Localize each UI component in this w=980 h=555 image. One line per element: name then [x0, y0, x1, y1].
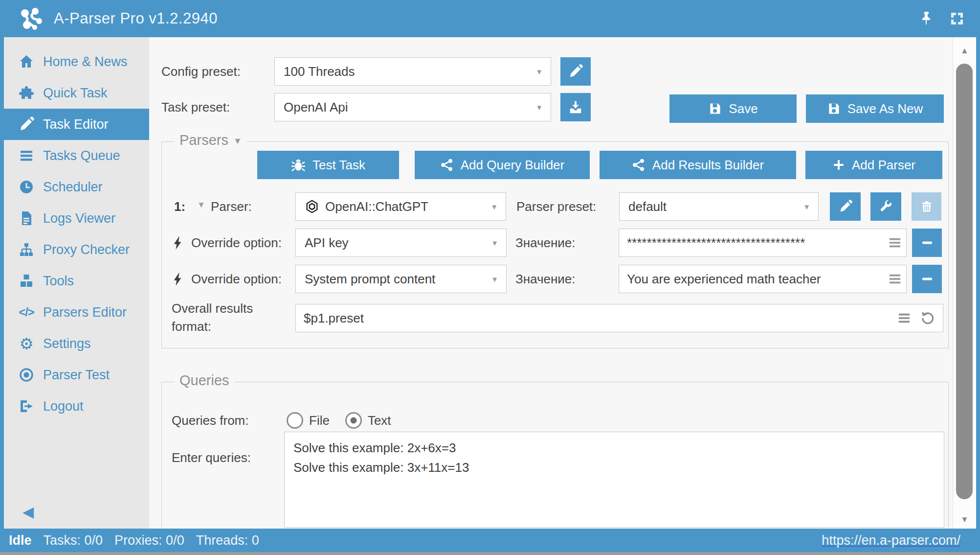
- parser-preset-select[interactable]: default ▼: [619, 192, 819, 221]
- scroll-down-icon[interactable]: ▼: [953, 515, 976, 525]
- sidebar-item-proxy-checker[interactable]: Proxy Checker: [4, 234, 149, 265]
- puzzle-icon: [17, 85, 36, 101]
- sidebar-item-task-editor[interactable]: Task Editor: [4, 109, 149, 140]
- task-preset-value: OpenAI Api: [284, 100, 348, 115]
- code-icon: </>: [17, 304, 36, 321]
- add-query-builder-label: Add Query Builder: [461, 158, 564, 173]
- add-parser-label: Add Parser: [852, 158, 915, 173]
- chevron-down-icon: ▼: [491, 239, 498, 247]
- overall-results-format-label: Overall results format:: [172, 300, 287, 336]
- sidebar-item-quick-task[interactable]: Quick Task: [4, 77, 149, 109]
- add-parser-button[interactable]: Add Parser: [805, 151, 942, 179]
- bullseye-icon: [17, 367, 36, 383]
- pencil-icon: [17, 116, 36, 133]
- plus-icon: [832, 159, 845, 171]
- remove-override-button-1[interactable]: [912, 229, 942, 257]
- sidebar-item-label: Settings: [43, 336, 91, 351]
- parser-row-collapse-icon[interactable]: ▼: [197, 191, 205, 219]
- scroll-up-icon[interactable]: ▲: [953, 46, 976, 56]
- override-option-select-2[interactable]: System prompt content ▼: [295, 265, 507, 293]
- floppy-icon: [708, 102, 722, 116]
- sidebar-item-label: Quick Task: [43, 86, 108, 101]
- pencil-icon: [839, 200, 852, 213]
- status-bar: Idle Tasks: 0/0 Proxies: 0/0 Threads: 0 …: [0, 529, 980, 552]
- test-task-button[interactable]: Test Task: [257, 151, 399, 179]
- override-value-input-2[interactable]: You are experienced math teacher: [619, 265, 907, 293]
- edit-config-preset-button[interactable]: [560, 57, 591, 86]
- sidebar-collapse-button[interactable]: ◀: [22, 503, 34, 520]
- chevron-down-icon: ▼: [803, 203, 810, 211]
- status-proxies: Proxies: 0/0: [114, 533, 184, 548]
- sidebar-item-label: Home & News: [43, 54, 128, 69]
- override-value-text: ************************************: [627, 235, 805, 251]
- add-results-builder-button[interactable]: Add Results Builder: [600, 151, 796, 179]
- sidebar: Home & News Quick Task Task Editor Tasks…: [4, 37, 149, 529]
- parser-preset-value: default: [628, 199, 667, 214]
- save-button-label: Save: [729, 101, 757, 116]
- sidebar-item-label: Parser Test: [43, 368, 110, 383]
- enter-queries-label: Enter queries:: [172, 443, 251, 472]
- template-menu-icon[interactable]: [889, 237, 901, 249]
- a-parser-site-link[interactable]: https://en.a-parser.com/: [822, 533, 960, 548]
- chevron-down-icon: ▼: [490, 203, 498, 211]
- minus-icon: [921, 237, 933, 249]
- task-preset-label: Task preset:: [161, 93, 230, 121]
- bolt-icon: [173, 235, 183, 250]
- sidebar-item-parser-test[interactable]: Parser Test: [4, 359, 149, 391]
- cubes-icon: [17, 273, 36, 289]
- sitemap-icon: [17, 241, 36, 258]
- file-radio-label[interactable]: File: [309, 413, 330, 428]
- wrench-icon: [879, 200, 893, 213]
- undo-icon[interactable]: [920, 311, 935, 325]
- scrollbar-thumb[interactable]: [956, 64, 973, 499]
- override-option-select-1[interactable]: API key ▼: [295, 229, 507, 257]
- sidebar-item-tasks-queue[interactable]: Tasks Queue: [4, 140, 149, 171]
- parsers-legend-label: Parsers: [179, 132, 228, 148]
- status-state: Idle: [9, 533, 32, 548]
- sidebar-item-scheduler[interactable]: Scheduler: [4, 171, 149, 203]
- parser-select[interactable]: OpenAI::ChatGPT ▼: [295, 192, 506, 221]
- remove-override-button-2[interactable]: [912, 265, 942, 293]
- edit-parser-preset-button[interactable]: [830, 192, 861, 221]
- text-radio-label[interactable]: Text: [368, 413, 391, 428]
- vertical-scrollbar[interactable]: ▲ ▼: [953, 37, 976, 529]
- task-preset-select[interactable]: OpenAI Api ▼: [274, 93, 551, 121]
- bug-icon: [291, 158, 306, 172]
- template-menu-icon[interactable]: [898, 312, 911, 324]
- save-button[interactable]: Save: [669, 94, 797, 123]
- fullscreen-icon[interactable]: [949, 10, 965, 27]
- config-preset-select[interactable]: 100 Threads ▼: [274, 57, 551, 86]
- queries-textarea[interactable]: Solve this example: 2x+6x=3 Solve this e…: [284, 432, 944, 528]
- pin-icon[interactable]: [918, 10, 935, 27]
- override-option-value: API key: [305, 235, 349, 251]
- override-option-label: Override option:: [191, 265, 282, 293]
- parser-options-button[interactable]: [870, 192, 901, 221]
- trash-icon: [920, 200, 933, 213]
- sidebar-item-label: Logout: [43, 399, 84, 414]
- test-task-label: Test Task: [312, 158, 365, 173]
- import-task-preset-button[interactable]: [560, 93, 591, 121]
- template-menu-icon[interactable]: [889, 273, 901, 285]
- sidebar-item-settings[interactable]: ⚙ Settings: [4, 328, 149, 359]
- sidebar-item-logout[interactable]: Logout: [4, 391, 149, 422]
- overall-results-format-input[interactable]: $p1.preset: [295, 304, 943, 332]
- parsers-legend[interactable]: Parsers ▼: [175, 132, 247, 148]
- main-content: Config preset: 100 Threads ▼ Task preset…: [149, 37, 953, 529]
- delete-parser-button[interactable]: [912, 192, 941, 221]
- add-query-builder-button[interactable]: Add Query Builder: [415, 151, 590, 179]
- sidebar-item-logs-viewer[interactable]: Logs Viewer: [4, 203, 149, 234]
- sidebar-item-tools[interactable]: Tools: [4, 265, 149, 297]
- sidebar-item-parsers-editor[interactable]: </> Parsers Editor: [4, 297, 149, 328]
- parser-label: Parser:: [211, 192, 252, 221]
- override-value-input-1[interactable]: ************************************: [619, 229, 907, 257]
- list-icon: [17, 147, 36, 164]
- save-as-new-button[interactable]: Save As New: [806, 94, 944, 123]
- override-option-value: System prompt content: [305, 272, 435, 287]
- chevron-down-icon: ▼: [535, 68, 543, 76]
- queries-from-file-radio[interactable]: [287, 412, 303, 429]
- sidebar-item-label: Tools: [43, 274, 74, 289]
- queries-from-text-radio[interactable]: [345, 412, 362, 429]
- config-preset-label: Config preset:: [161, 57, 241, 86]
- clock-icon: [17, 179, 36, 195]
- sidebar-item-home-news[interactable]: Home & News: [4, 46, 149, 77]
